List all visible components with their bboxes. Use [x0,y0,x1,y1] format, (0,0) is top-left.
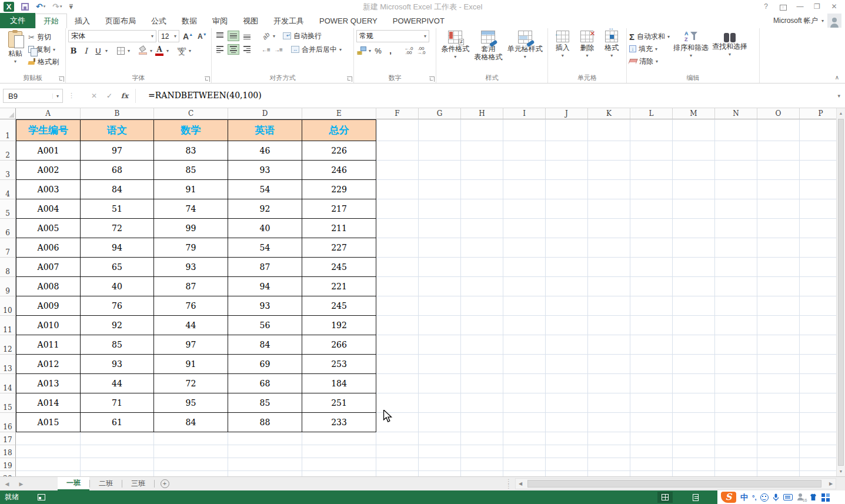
cell-O1[interactable] [757,119,800,141]
paste-button[interactable]: 粘贴 ▾ [2,30,28,74]
cell-F5[interactable] [376,199,419,219]
cell-B6[interactable]: 72 [81,219,154,238]
cell-F13[interactable] [376,355,419,374]
cell-O15[interactable] [757,393,800,413]
row-header-6[interactable]: 6 [0,219,16,238]
font-color-dropdown-icon[interactable]: ▾ [166,48,169,54]
find-select-dropdown-icon[interactable]: ▾ [729,51,731,59]
cell-A9[interactable]: A008 [16,277,81,296]
cell-A18[interactable] [16,445,81,458]
ribbon-tab-1[interactable]: 插入 [67,14,98,28]
cell-P1[interactable] [800,119,836,141]
ribbon-tab-4[interactable]: 数据 [174,14,205,28]
cell-M4[interactable] [673,180,715,199]
cell-J12[interactable] [546,335,588,355]
cell-J6[interactable] [546,219,588,238]
cell-P13[interactable] [800,355,836,374]
column-header-I[interactable]: I [503,108,546,119]
cell-I6[interactable] [503,219,546,238]
cell-G3[interactable] [419,161,461,180]
row-header-12[interactable]: 12 [0,335,16,355]
cell-M20[interactable] [673,471,715,476]
cell-C2[interactable]: 83 [154,141,228,161]
cell-N3[interactable] [715,161,757,180]
cell-K4[interactable] [588,180,630,199]
row-header-17[interactable]: 17 [0,432,16,445]
cell-M8[interactable] [673,258,715,277]
cell-B14[interactable]: 44 [81,374,154,393]
cell-D14[interactable]: 68 [228,374,302,393]
cell-D11[interactable]: 56 [228,316,302,335]
cell-J15[interactable] [546,393,588,413]
cell-M13[interactable] [673,355,715,374]
cell-A7[interactable]: A006 [16,238,81,258]
clear-button[interactable]: 清除▾ [629,56,670,66]
cell-B18[interactable] [81,445,154,458]
insert-cells-button[interactable]: 插入 ▾ [556,30,570,74]
minimize-button[interactable]: — [791,2,809,11]
cell-K14[interactable] [588,374,630,393]
cell-G4[interactable] [419,180,461,199]
cell-O6[interactable] [757,219,800,238]
cell-B17[interactable] [81,432,154,445]
fill-dropdown-icon[interactable]: ▾ [655,46,657,52]
cell-H13[interactable] [461,355,503,374]
cell-L10[interactable] [630,296,673,316]
cell-B15[interactable]: 71 [81,393,154,413]
select-all-corner[interactable] [0,108,16,119]
cell-D16[interactable]: 88 [228,413,302,432]
row-header-10[interactable]: 10 [0,296,16,316]
cell-E18[interactable] [302,445,376,458]
row-header-19[interactable]: 19 [0,458,16,471]
cell-O5[interactable] [757,199,800,219]
sort-filter-button[interactable]: AZ 排序和筛选 ▾ [673,30,709,74]
cell-L13[interactable] [630,355,673,374]
cell-L19[interactable] [630,458,673,471]
cell-G9[interactable] [419,277,461,296]
align-middle-button[interactable] [228,31,239,41]
font-color-button[interactable]: A [154,45,165,56]
cell-P5[interactable] [800,199,836,219]
increase-font-button[interactable]: A▲ [181,32,195,41]
cell-E11[interactable]: 192 [302,316,376,335]
cell-F18[interactable] [376,445,419,458]
cell-J19[interactable] [546,458,588,471]
cell-K10[interactable] [588,296,630,316]
column-header-H[interactable]: H [461,108,503,119]
cell-A20[interactable] [16,471,81,476]
ime-mode-button[interactable]: 中 [740,492,748,503]
percent-button[interactable]: % [373,45,383,56]
cell-B11[interactable]: 92 [81,316,154,335]
cell-H14[interactable] [461,374,503,393]
number-format-combobox[interactable]: 常规▾ [356,30,429,42]
cell-N17[interactable] [715,432,757,445]
cell-B5[interactable]: 51 [81,199,154,219]
align-right-button[interactable] [241,44,253,55]
cell-L18[interactable] [630,445,673,458]
cell-E9[interactable]: 221 [302,277,376,296]
cell-M11[interactable] [673,316,715,335]
cell-I10[interactable] [503,296,546,316]
column-header-M[interactable]: M [673,108,715,119]
cell-B3[interactable]: 68 [81,161,154,180]
cell-F19[interactable] [376,458,419,471]
cell-H18[interactable] [461,445,503,458]
scroll-down-icon[interactable]: ▼ [837,466,845,476]
cell-P15[interactable] [800,393,836,413]
sheet-nav-left-icon[interactable]: ◀ [0,477,14,490]
cell-G20[interactable] [419,471,461,476]
cell-O16[interactable] [757,413,800,432]
cell-G6[interactable] [419,219,461,238]
cell-J1[interactable] [546,119,588,141]
cell-I4[interactable] [503,180,546,199]
cell-G1[interactable] [419,119,461,141]
orientation-dropdown-icon[interactable]: ▾ [273,34,275,39]
cell-H2[interactable] [461,141,503,161]
cell-N1[interactable] [715,119,757,141]
cell-D4[interactable]: 54 [228,180,302,199]
cell-O9[interactable] [757,277,800,296]
cell-K11[interactable] [588,316,630,335]
cell-K20[interactable] [588,471,630,476]
cell-E13[interactable]: 253 [302,355,376,374]
ime-punctuation-button[interactable]: °, [752,494,756,501]
